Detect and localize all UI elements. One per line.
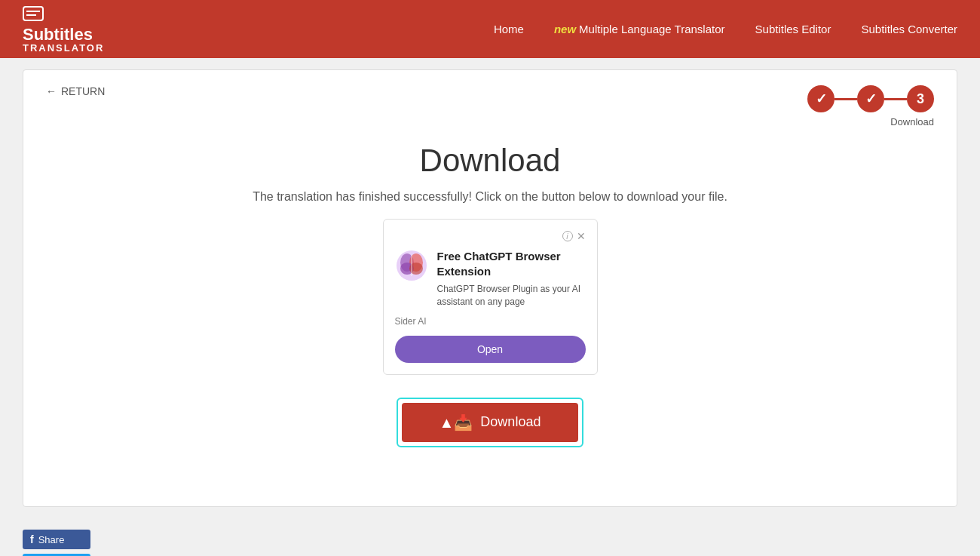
nav-editor[interactable]: Subtitles Editor — [755, 23, 831, 35]
header: Subtitles TRANSLATOR Home newMultiple La… — [0, 0, 980, 58]
ad-header: i ✕ — [395, 231, 586, 241]
page-subtitle: The translation has finished successfull… — [46, 190, 934, 204]
ad-text: Free ChatGPT Browser Extension ChatGPT B… — [437, 249, 586, 309]
share-label: Share — [38, 534, 65, 545]
step-circles: 3 — [807, 85, 934, 112]
step-2-circle — [857, 85, 884, 112]
ad-body: Free ChatGPT Browser Extension ChatGPT B… — [395, 249, 586, 309]
ad-source: Sider AI — [395, 316, 586, 327]
step-line-2 — [884, 98, 907, 100]
facebook-share-button[interactable]: f Share — [23, 530, 90, 549]
download-button[interactable]: ▲📥 Download — [402, 403, 579, 442]
logo-icon — [23, 6, 44, 25]
download-btn-wrapper: ▲📥 Download — [46, 398, 934, 447]
cloud-download-icon: ▲📥 — [439, 413, 473, 432]
facebook-icon: f — [30, 533, 34, 545]
nav-converter[interactable]: Subtitles Converter — [861, 23, 957, 35]
nav-home[interactable]: Home — [494, 23, 524, 35]
ad-info-icon[interactable]: i — [562, 231, 573, 241]
return-link[interactable]: ← RETURN — [46, 85, 934, 97]
download-heading: Download The translation has finished su… — [46, 143, 934, 204]
step-3-label: Download — [890, 116, 934, 127]
ad-description: ChatGPT Browser Plugin as your AI assist… — [437, 283, 586, 309]
nav-multi-lang[interactable]: newMultiple Language Translator — [554, 23, 725, 35]
download-btn-label: Download — [480, 414, 541, 430]
ad-brain-icon — [395, 249, 428, 282]
step-progress: 3 Download — [807, 85, 934, 127]
step-3-circle: 3 — [907, 85, 934, 112]
navigation: Home newMultiple Language Translator Sub… — [494, 23, 957, 35]
ad-title: Free ChatGPT Browser Extension — [437, 249, 586, 278]
logo-translator: TRANSLATOR — [23, 43, 104, 53]
return-arrow-icon: ← — [46, 85, 57, 97]
main-box: ← RETURN 3 Download Download The transla… — [23, 69, 957, 507]
logo: Subtitles TRANSLATOR — [23, 6, 104, 53]
logo-subtitles: Subtitles — [23, 26, 93, 43]
content-wrapper: ← RETURN 3 Download Download The transla… — [0, 58, 980, 522]
ad-container: i ✕ Free ChatGPT Browser Extension — [383, 219, 598, 375]
footer-social: f Share 🐦 Tweet — [0, 522, 980, 556]
step-line-1 — [835, 98, 857, 100]
ad-close-icon[interactable]: ✕ — [577, 231, 586, 241]
new-tag: new — [554, 23, 576, 35]
return-label: RETURN — [61, 85, 105, 97]
ad-open-button[interactable]: Open — [395, 336, 586, 363]
download-btn-outer: ▲📥 Download — [397, 398, 584, 447]
page-title: Download — [46, 143, 934, 179]
step-1-circle — [807, 85, 835, 112]
svg-rect-0 — [23, 7, 43, 20]
